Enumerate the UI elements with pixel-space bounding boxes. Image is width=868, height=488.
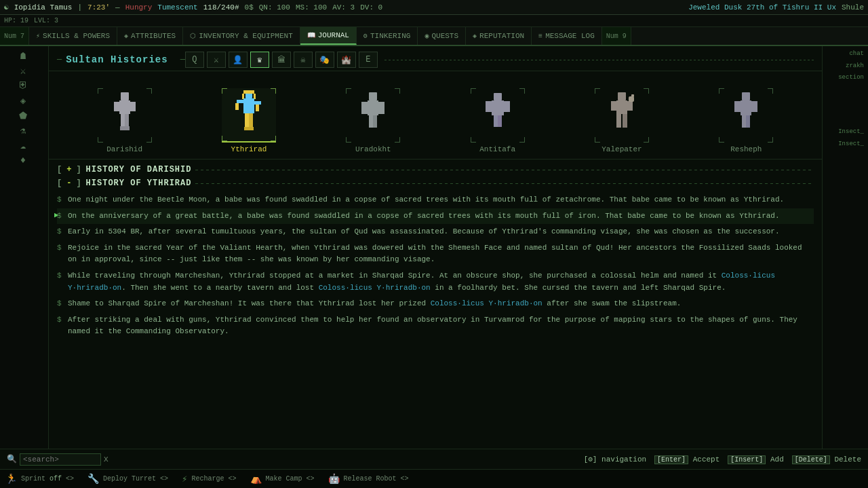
sultan-icon-crown[interactable]: ♛: [250, 52, 269, 68]
tab-tinkering[interactable]: ⚙ TINKERING: [357, 27, 418, 45]
tab-num9[interactable]: Num 9: [602, 27, 631, 45]
deploy-turret-shortcut: <>: [160, 475, 168, 483]
action-make-camp: ⛺ Make Camp <>: [250, 473, 315, 485]
sidebar-right-zrakh[interactable]: zrakh: [824, 61, 867, 72]
ythrirad-separator: [195, 183, 814, 184]
sultan-icon-skull[interactable]: ☠: [294, 52, 313, 68]
sidebar-right-chat[interactable]: chat: [824, 49, 867, 60]
sidebar-item-2[interactable]: ⚔: [1, 64, 45, 77]
journal-entry-2: On the anniversary of a great battle, a …: [57, 208, 814, 225]
sultan-icon-mask[interactable]: 🎭: [315, 52, 334, 68]
svg-rect-23: [361, 102, 368, 114]
sidebar-item-4[interactable]: ◈: [1, 94, 45, 107]
darishid-bracket-open: [: [57, 165, 62, 174]
release-robot-label: Release Robot: [344, 475, 397, 483]
sultan-uradokht[interactable]: Uradokht: [346, 88, 400, 153]
svg-rect-41: [742, 92, 750, 100]
tab-num7[interactable]: Num 7: [0, 27, 29, 45]
insert-key: [Insert]: [728, 455, 766, 464]
sidebar-right-spacer: [824, 85, 867, 126]
sidebar-item-1[interactable]: ☗: [1, 49, 45, 62]
sidebar-item-5[interactable]: ⬟: [1, 109, 45, 122]
dv-value: DV: 0: [360, 3, 382, 12]
tab-skills[interactable]: ⚡ SKILLS & POWERS: [29, 27, 117, 45]
svg-rect-15: [254, 101, 261, 105]
link-colossicus-2[interactable]: Coloss·licus Y·hriradb·on: [319, 284, 431, 292]
sultan-icon-q[interactable]: Q: [185, 52, 204, 68]
sidebar-right-insect2[interactable]: Insect_: [824, 139, 867, 150]
svg-rect-9: [243, 90, 254, 94]
corner-tl: [98, 88, 103, 94]
darishid-bracket-close: ]: [76, 165, 81, 174]
sultan-yalepater[interactable]: Yalepater: [595, 88, 649, 153]
sultan-antitafa[interactable]: Antitafa: [471, 88, 525, 153]
svg-rect-5: [125, 114, 129, 126]
make-camp-label: Make Camp: [266, 475, 302, 483]
history-darishid-header[interactable]: [ + ] HISTORY OF DARISHID: [57, 165, 814, 174]
action-deploy-turret: 🔧 Deploy Turret <>: [87, 473, 168, 485]
corner-bl: [346, 137, 351, 143]
svg-rect-37: [616, 114, 621, 128]
journal-content[interactable]: [ + ] HISTORY OF DARISHID [ - ] HISTORY …: [49, 159, 822, 449]
tab-reputation[interactable]: ◈ REPUTATION: [466, 27, 532, 45]
entry-wrapper-7: After striking a deal with guns, Ythrira…: [57, 312, 814, 340]
resheph-frame: [719, 88, 773, 143]
sultan-darishid[interactable]: Darishid: [98, 88, 152, 153]
action-recharge: ⚡ Recharge <>: [182, 473, 236, 485]
sidebar-item-7[interactable]: ☁: [1, 138, 45, 152]
left-sidebar: ☗ ⚔ ⛨ ◈ ⬟ ⚗ ☁ ♦: [0, 46, 49, 449]
separator2: —: [115, 3, 120, 12]
corner-tl: [471, 88, 476, 94]
tab-attributes[interactable]: ◈ ATTRIBUTES: [117, 27, 183, 45]
delete-key: [Delete]: [792, 455, 830, 464]
corner-br: [768, 137, 773, 143]
top-status-bar: ☯ Iopidia Tamus | 7:23' — Hungry Tumesce…: [0, 0, 868, 15]
svg-rect-25: [369, 115, 373, 128]
tab-quests[interactable]: ◉ QUESTS: [418, 27, 466, 45]
sultan-icon-sword[interactable]: ⚔: [207, 52, 226, 68]
svg-rect-31: [494, 115, 498, 127]
svg-rect-4: [121, 114, 125, 126]
sidebar-item-6[interactable]: ⚗: [1, 124, 45, 137]
darishid-separator: [195, 170, 814, 170]
tab-journal[interactable]: 📖 JOURNAL: [300, 27, 357, 45]
sultan-ythrirad[interactable]: Ythrirad: [222, 88, 276, 153]
corner-br: [519, 137, 525, 143]
corner-bl: [595, 137, 600, 143]
entry-wrapper-5: While traveling through Marcheshan, Ythr…: [57, 268, 814, 296]
sidebar-right-section[interactable]: section: [824, 73, 867, 83]
sidebar-right-insect1[interactable]: Insect_: [824, 127, 867, 138]
link-colossicus-3[interactable]: Coloss·licus Y·hriradb·on: [431, 299, 542, 307]
recharge-icon: ⚡: [182, 473, 187, 485]
corner-bl: [471, 137, 476, 143]
sultan-icon-castle[interactable]: 🏰: [337, 52, 356, 68]
sultan-icon-e[interactable]: E: [359, 52, 378, 68]
journal-entry-6: Shame to Sharqad Spire of Marcheshan! It…: [57, 296, 814, 312]
sultan-icon-building[interactable]: 🏛: [272, 52, 291, 68]
cmd-enter: [Enter] Accept: [654, 455, 719, 464]
sidebar-item-3[interactable]: ⛨: [1, 79, 45, 92]
svg-rect-26: [373, 115, 377, 128]
search-input[interactable]: [20, 453, 101, 466]
svg-rect-28: [492, 100, 504, 115]
corner-tr: [146, 88, 152, 94]
separator1: |: [77, 3, 82, 12]
svg-rect-3: [130, 102, 136, 111]
svg-rect-24: [378, 102, 384, 114]
main-area: ☗ ⚔ ⛨ ◈ ⬟ ⚗ ☁ ♦ — Sultan Histories — Q ⚔…: [0, 46, 868, 449]
history-ythrirad-header[interactable]: [ - ] HISTORY OF YTHRIRAD: [57, 179, 814, 188]
corner-tr: [644, 88, 649, 94]
entry-wrapper-1: One night under the Beetle Moon, a babe …: [57, 192, 814, 208]
journal-entry-7: After striking a deal with guns, Ythrira…: [57, 312, 814, 340]
hp-bar-label: HP: 19: [4, 17, 28, 24]
svg-rect-39: [629, 96, 634, 102]
tab-messagelog[interactable]: ≡ MESSAGE LOG: [532, 27, 602, 45]
sidebar-item-8[interactable]: ♦: [1, 153, 45, 167]
sultan-icon-person[interactable]: 👤: [229, 52, 248, 68]
svg-rect-45: [742, 115, 746, 128]
sultan-resheph[interactable]: Resheph: [719, 88, 773, 153]
yalepater-sprite: [604, 91, 639, 140]
search-clear-button[interactable]: X: [104, 455, 108, 464]
tab-inventory[interactable]: ⬡ INVENTORY & EQUIPMENT: [183, 27, 300, 45]
svg-rect-30: [504, 101, 510, 112]
